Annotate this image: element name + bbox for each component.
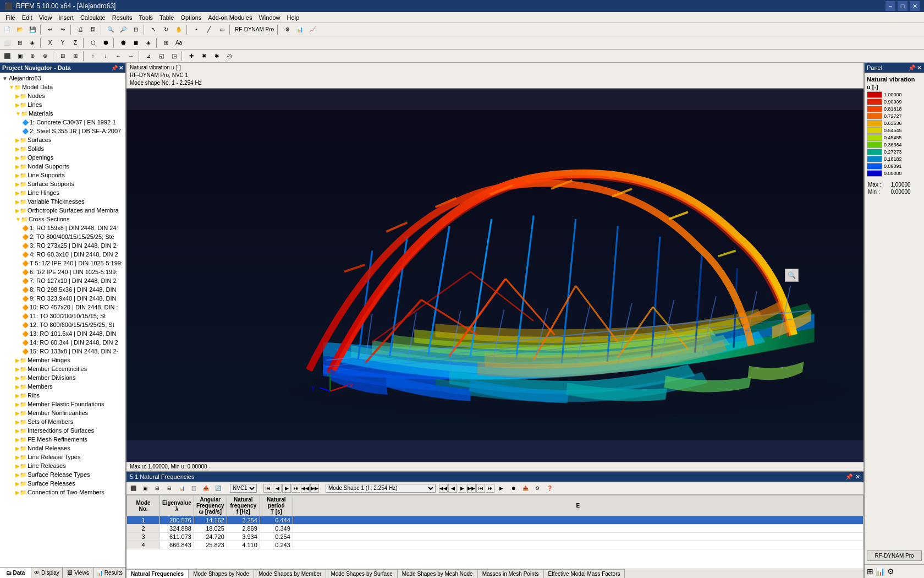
mode-shape-select[interactable]: Mode Shape 1 (f : 2.254 Hz) [326, 484, 436, 493]
tb-zoom-out[interactable]: 🔎 [117, 24, 129, 35]
tree-item-37[interactable]: ▶📁 Member Elastic Foundations [0, 400, 125, 408]
menu-results[interactable]: Results [109, 12, 136, 23]
nav-arrows[interactable]: ⏮ ◀ ▶ ⏭ ◀◀ ▶▶ [263, 484, 319, 493]
tree-item-26[interactable]: 🔶 10: RO 457x20 | DIN 2448, DIN : [0, 303, 125, 312]
tb-new[interactable]: 📄 [1, 24, 13, 35]
tree-item-7[interactable]: ▶📁 Surfaces [0, 135, 125, 144]
btb-settings[interactable]: ⚙ [532, 483, 543, 493]
right-icon-chart[interactable]: 📊 [876, 567, 885, 576]
tb2-y[interactable]: Y [57, 37, 69, 48]
navigator-controls[interactable]: 📌 ✕ [111, 65, 123, 71]
tree-item-1[interactable]: ▼📁 Model Data [0, 83, 125, 91]
tree-item-19[interactable]: 🔶 3: RO 273x25 | DIN 2448, DIN 2· [0, 241, 125, 250]
btb-6[interactable]: 📋 [188, 483, 199, 493]
menu-options[interactable]: Options [177, 12, 205, 23]
table-row[interactable]: 2 324.888 18.025 2.869 0.349 [127, 525, 864, 533]
result-tab-0[interactable]: Natural Frequencies [127, 569, 189, 578]
tree-item-10[interactable]: ▶📁 Nodal Supports [0, 162, 125, 171]
tb3-m[interactable]: ◳ [168, 51, 180, 62]
btb-1[interactable]: ⬛ [128, 483, 139, 493]
menu-addons[interactable]: Add-on Modules [205, 12, 255, 23]
tb2-wire[interactable]: ⬟ [117, 37, 129, 48]
menu-file[interactable]: File [2, 12, 19, 23]
tb2-z[interactable]: Z [69, 37, 81, 48]
tree-item-8[interactable]: ▶📁 Solids [0, 144, 125, 153]
nav2-last[interactable]: ⏭ [486, 484, 494, 493]
tb3-i[interactable]: ← [112, 51, 124, 62]
tb2-persp[interactable]: ⬢ [100, 37, 112, 48]
menu-calculate[interactable]: Calculate [77, 12, 109, 23]
tree-item-21[interactable]: 🔶 T 5: 1/2 IPE 240 | DIN 1025-5:199: [0, 259, 125, 268]
tree-item-43[interactable]: ▶📁 Line Release Types [0, 452, 125, 461]
result-tab-4[interactable]: Mode Shapes by Mesh Node [398, 569, 478, 578]
result-tab-2[interactable]: Mode Shapes by Member [254, 569, 327, 578]
close-button[interactable]: ✕ [910, 1, 920, 11]
tree-item-15[interactable]: ▶📁 Orthotropic Surfaces and Membra [0, 206, 125, 215]
tree-item-33[interactable]: ▶📁 Member Eccentricities [0, 364, 125, 373]
menu-table[interactable]: Table [156, 12, 177, 23]
tb-save[interactable]: 💾 [26, 24, 38, 35]
tree-item-36[interactable]: ▶📁 Ribs [0, 391, 125, 400]
tb3-p[interactable]: ✱ [211, 51, 223, 62]
tb2-x[interactable]: X [44, 37, 56, 48]
3d-viewport[interactable]: x z y 🔍 [127, 89, 864, 462]
table-row[interactable]: 3 611.073 24.720 3.934 0.254 [127, 533, 864, 541]
tb3-h[interactable]: ↓ [100, 51, 112, 62]
tb2-grid[interactable]: ⊞ [160, 37, 172, 48]
tb-fit[interactable]: ⊡ [130, 24, 142, 35]
tree-item-39[interactable]: ▶📁 Sets of Members [0, 417, 125, 426]
nav-tab-views[interactable]: 🖼 Views [63, 568, 94, 578]
nav-first[interactable]: ⏮ [263, 484, 272, 493]
tb2-solid[interactable]: ◼ [130, 37, 142, 48]
nav2-next[interactable]: ▶ [458, 484, 466, 493]
tree-item-28[interactable]: 🔶 12: TO 800/600/15/15/25/25; St [0, 320, 125, 329]
tb3-j[interactable]: → [125, 51, 137, 62]
nav-prev[interactable]: ◀ [273, 484, 282, 493]
nav-last[interactable]: ⏭ [292, 484, 300, 493]
nav2-first[interactable]: ⏮ [476, 484, 485, 493]
result-tab-3[interactable]: Mode Shapes by Surface [326, 569, 397, 578]
minimize-button[interactable]: − [886, 1, 895, 11]
result-tab-5[interactable]: Masses in Mesh Points [478, 569, 544, 578]
tb-print[interactable]: 🖨 [74, 24, 86, 35]
btb-7[interactable]: 📥 [200, 483, 211, 493]
tree-item-29[interactable]: 🔶 13: RO 101.6x4 | DIN 2448, DIN [0, 329, 125, 338]
tb-calc[interactable]: ⚙ [281, 24, 293, 35]
tb-line[interactable]: ╱ [203, 24, 215, 35]
tb-zoom-in[interactable]: 🔍 [105, 24, 117, 35]
btb-export[interactable]: 📤 [520, 483, 531, 493]
btb-rec[interactable]: ⏺ [508, 483, 519, 493]
tb-node[interactable]: • [190, 24, 202, 35]
nav-next[interactable]: ▶ [282, 484, 291, 493]
tb3-q[interactable]: ◎ [223, 51, 235, 62]
nvc-select[interactable]: NVC1 [230, 484, 257, 493]
tree-item-32[interactable]: ▶📁 Member Hinges [0, 356, 125, 364]
tb2-3d[interactable]: ◈ [26, 37, 38, 48]
tree-item-25[interactable]: 🔶 9: RO 323.9x40 | DIN 2448, DIN [0, 294, 125, 303]
right-pin-icon[interactable]: 📌 [908, 64, 916, 72]
tree-item-2[interactable]: ▶📁 Nodes [0, 91, 125, 100]
tb3-f[interactable]: ⊞ [69, 51, 81, 62]
tb-rotate[interactable]: ↻ [160, 24, 172, 35]
btb-2[interactable]: ▣ [140, 483, 151, 493]
nav-prev2[interactable]: ◀◀ [301, 484, 310, 493]
tb-res2[interactable]: 📈 [306, 24, 318, 35]
tree-item-40[interactable]: ▶📁 Intersections of Surfaces [0, 426, 125, 435]
btb-help[interactable]: ❓ [544, 483, 555, 493]
tb-printprev[interactable]: 🖺 [87, 24, 99, 35]
nav-arrows2[interactable]: ◀◀ ◀ ▶ ▶▶ ⏮ ⏭ [439, 484, 494, 493]
tb3-n[interactable]: ✚ [185, 51, 197, 62]
table-row[interactable]: 1 200.576 14.162 2.254 0.444 [127, 516, 864, 525]
nav-next2[interactable]: ▶▶ [310, 484, 319, 493]
btb-4[interactable]: ⊟ [164, 483, 175, 493]
tree-item-22[interactable]: 🔶 6: 1/2 IPE 240 | DIN 1025-5:199: [0, 268, 125, 276]
right-icon-grid[interactable]: ⊞ [867, 567, 873, 576]
tb-open[interactable]: 📂 [14, 24, 26, 35]
tree-item-31[interactable]: 🔶 15: RO 133x8 | DIN 2448, DIN 2· [0, 347, 125, 356]
table-row[interactable]: 4 666.843 25.823 4.110 0.243 [127, 541, 864, 549]
window-controls[interactable]: − □ ✕ [886, 1, 920, 11]
tb3-a[interactable]: ⬛ [1, 51, 13, 62]
btb-anim[interactable]: ▶ [496, 483, 507, 493]
tb3-g[interactable]: ↑ [87, 51, 99, 62]
nav-tab-data[interactable]: 🗂 Data [0, 568, 31, 578]
